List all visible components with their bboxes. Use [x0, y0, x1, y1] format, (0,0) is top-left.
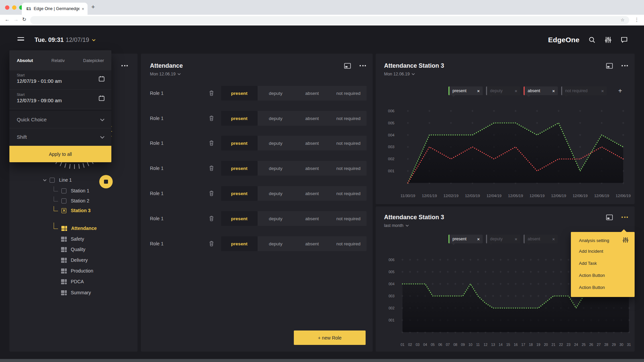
filter-sliders-icon[interactable] — [605, 37, 611, 45]
legend-chip-present[interactable]: present× — [448, 86, 483, 95]
option-deputy[interactable]: deputy — [258, 86, 294, 101]
expand-card-icon[interactable] — [606, 63, 613, 70]
new-role-button[interactable]: + new Role — [294, 330, 366, 345]
tab-close-icon[interactable]: × — [82, 6, 84, 11]
legend-chip-not-required[interactable]: not required× — [561, 86, 607, 95]
sidebar-item-pdca[interactable]: PDCA — [54, 278, 84, 285]
sidebar-item-summary[interactable]: Summary — [54, 289, 91, 296]
card-more-icon[interactable] — [622, 65, 628, 66]
menu-item-action-button[interactable]: Action Button — [579, 272, 629, 279]
option-deputy[interactable]: deputy — [258, 211, 294, 226]
time-dropdown[interactable]: Tue. 09:31 12/07/19 — [35, 37, 96, 44]
legend-chip-present[interactable]: present× — [448, 235, 483, 243]
reload-icon[interactable]: ↻ — [22, 16, 26, 22]
sidebar-item-delivery[interactable]: Delivery — [54, 257, 88, 263]
remove-series-icon[interactable]: × — [601, 88, 604, 94]
delete-role-icon[interactable] — [209, 115, 214, 122]
stop-button[interactable] — [99, 175, 113, 188]
shift-select[interactable]: Shift — [9, 128, 111, 146]
option-absent[interactable]: absent — [294, 86, 330, 101]
option-deputy[interactable]: deputy — [258, 111, 294, 126]
url-bar[interactable]: ☆ — [30, 16, 629, 24]
option-present[interactable]: present — [221, 86, 258, 101]
sidebar-item-quality[interactable]: Quality — [54, 246, 86, 253]
window-close-button[interactable] — [5, 5, 9, 10]
start-field-1[interactable]: Start 12/07/19 - 01:00 am — [9, 70, 111, 90]
option-deputy[interactable]: deputy — [258, 186, 294, 201]
option-absent[interactable]: absent — [294, 211, 330, 226]
delete-role-icon[interactable] — [209, 216, 214, 223]
checkbox[interactable] — [61, 198, 66, 203]
quick-choice-select[interactable]: Quick Choice — [9, 111, 111, 128]
option-not-required[interactable]: not required — [330, 136, 367, 150]
card-more-icon[interactable] — [360, 65, 366, 66]
option-present[interactable]: present — [221, 161, 258, 176]
sidebar-item-attendance[interactable]: Attendance — [54, 225, 97, 232]
tree-item-station2[interactable]: Station 2 — [54, 197, 89, 204]
add-series-icon[interactable]: + — [618, 87, 622, 95]
option-present[interactable]: present — [221, 136, 258, 150]
option-not-required[interactable]: not required — [330, 161, 367, 176]
checkbox[interactable] — [50, 178, 55, 183]
new-tab-button[interactable]: + — [91, 3, 95, 11]
remove-series-icon[interactable]: × — [515, 88, 517, 94]
option-present[interactable]: present — [221, 211, 258, 226]
sidebar-item-safety[interactable]: Safety — [54, 236, 84, 242]
legend-chip-absent[interactable]: absent× — [524, 235, 558, 243]
option-not-required[interactable]: not required — [330, 186, 367, 201]
option-absent[interactable]: absent — [294, 161, 330, 176]
tab-datepicker[interactable]: Datepicker — [83, 58, 104, 63]
menu-item-analysis-setting[interactable]: Analysis setting — [579, 237, 629, 244]
tab-absolut[interactable]: Absolut — [17, 58, 33, 63]
option-not-required[interactable]: not required — [330, 236, 367, 251]
card-date-dropdown[interactable]: last month — [384, 223, 409, 228]
option-present[interactable]: present — [221, 111, 258, 126]
option-present[interactable]: present — [221, 186, 258, 201]
card-date-dropdown[interactable]: Mon 12.06.19 — [150, 72, 181, 76]
delete-role-icon[interactable] — [209, 165, 214, 172]
remove-series-icon[interactable]: × — [477, 88, 480, 94]
start-field-2[interactable]: Start 12/07/19 - 09:00 am — [9, 90, 111, 109]
option-absent[interactable]: absent — [294, 111, 330, 126]
browser-tab[interactable]: E1 Edge One | Germanedge × — [22, 3, 88, 15]
legend-chip-deputy[interactable]: deputy× — [486, 86, 520, 95]
menu-item-action-button[interactable]: Action Button — [579, 284, 629, 291]
forward-icon[interactable]: → — [13, 16, 18, 22]
remove-series-icon[interactable]: × — [552, 237, 555, 242]
expand-card-icon[interactable] — [344, 63, 351, 70]
option-deputy[interactable]: deputy — [258, 136, 294, 150]
back-icon[interactable]: ← — [5, 16, 10, 22]
search-icon[interactable] — [589, 37, 595, 45]
tree-item-station1[interactable]: Station 1 — [54, 187, 89, 194]
sidebar-more-icon[interactable] — [121, 65, 128, 66]
checkbox[interactable] — [61, 208, 66, 213]
expander-icon[interactable] — [43, 179, 47, 181]
option-absent[interactable]: absent — [294, 136, 330, 150]
window-minimize-button[interactable] — [12, 5, 16, 10]
sidebar-item-production[interactable]: Production — [54, 267, 93, 274]
option-absent[interactable]: absent — [294, 236, 330, 251]
delete-role-icon[interactable] — [209, 241, 214, 248]
card-more-icon-active[interactable] — [622, 217, 628, 218]
option-deputy[interactable]: deputy — [258, 236, 294, 251]
card-date-dropdown[interactable]: Mon 12.06.19 — [384, 72, 415, 76]
expand-card-icon[interactable] — [606, 215, 613, 222]
delete-role-icon[interactable] — [209, 140, 214, 147]
checkbox[interactable] — [61, 188, 66, 193]
option-present[interactable]: present — [221, 236, 258, 251]
legend-chip-deputy[interactable]: deputy× — [486, 235, 520, 243]
remove-series-icon[interactable]: × — [477, 237, 480, 242]
remove-series-icon[interactable]: × — [515, 237, 517, 242]
bookmark-star-icon[interactable]: ☆ — [621, 17, 625, 22]
option-not-required[interactable]: not required — [330, 211, 367, 226]
option-not-required[interactable]: not required — [330, 86, 367, 101]
apply-to-all-button[interactable]: Apply to all — [9, 146, 111, 162]
option-not-required[interactable]: not required — [330, 111, 367, 126]
delete-role-icon[interactable] — [209, 190, 214, 197]
calendar-icon[interactable] — [99, 95, 105, 103]
option-absent[interactable]: absent — [294, 186, 330, 201]
remove-series-icon[interactable]: × — [552, 88, 555, 94]
hamburger-menu-icon[interactable] — [17, 36, 24, 42]
menu-item-add-incident[interactable]: Add Incident — [579, 247, 629, 255]
legend-chip-absent[interactable]: absent× — [524, 86, 558, 95]
